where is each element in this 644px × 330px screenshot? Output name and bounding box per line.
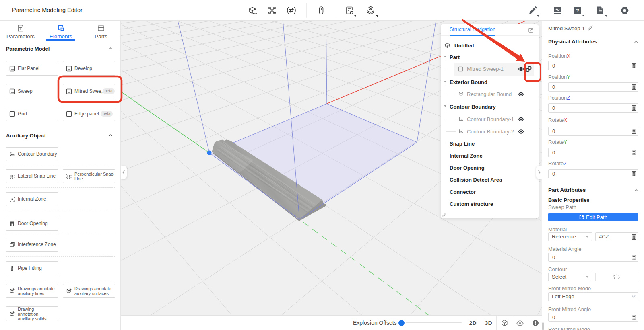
svg-text:?: ? [576, 8, 579, 14]
